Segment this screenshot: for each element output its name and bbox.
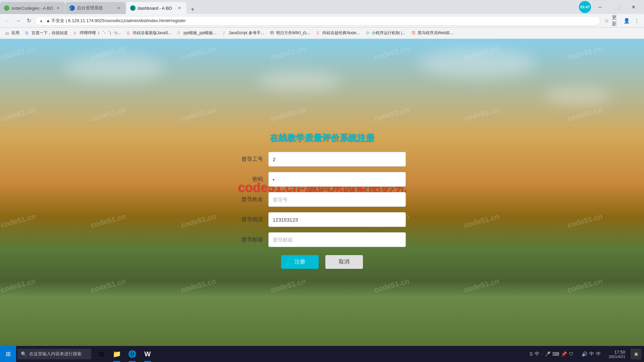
watermark-14: code51.cn xyxy=(566,106,603,123)
watermark-16: code51.cn xyxy=(90,212,127,230)
tab-2-label: 后台管理系统 xyxy=(77,5,114,11)
bookmark-miniprogram[interactable]: 小 小程序运行机制 |... xyxy=(363,29,408,37)
taskbar-app-chrome[interactable]: 🌐 xyxy=(125,346,140,362)
tab-2-close[interactable]: ✕ xyxy=(116,5,122,11)
watermark-11: code51.cn xyxy=(270,106,307,123)
cancel-button[interactable]: 取消 xyxy=(325,255,363,269)
security-icon: ▲ xyxy=(39,18,44,23)
update-button[interactable]: 更新 xyxy=(612,16,621,25)
tab-3-close[interactable]: ✕ xyxy=(176,5,182,11)
watermark-24: code51.cn xyxy=(180,277,217,295)
watermark-20: code51.cn xyxy=(463,212,500,230)
address-input[interactable]: ▲ ▲ 不安全 | 8.129.11.174:9025/ssmo8x1z/adm… xyxy=(35,16,600,25)
bookmark-baidu[interactable]: B 百度一下，你就知道 xyxy=(23,29,70,37)
watermark-1: code51.cn xyxy=(0,44,37,62)
back-button[interactable]: ← xyxy=(3,16,12,25)
input-method-icon: S xyxy=(530,351,533,357)
forward-button[interactable]: → xyxy=(13,16,23,25)
input-email[interactable] xyxy=(268,232,406,247)
taskbar-app-taskview[interactable]: ⧉ xyxy=(94,346,109,362)
input-phone[interactable] xyxy=(268,212,406,227)
taskbar-app-word[interactable]: W xyxy=(140,346,155,362)
taskbar-clock[interactable]: 17:50 2021/4/21 xyxy=(606,350,628,359)
label-password: 密码 xyxy=(238,176,268,183)
button-row: 注册 取消 xyxy=(238,255,406,269)
watermark-5: code51.cn xyxy=(373,44,410,62)
bookmark-apps[interactable]: ⚏ 应用 xyxy=(3,29,22,37)
systray: S 中 · 🎤 ⌨ 📌 🛡 xyxy=(527,351,576,357)
input-password[interactable] xyxy=(268,172,406,187)
field-row-phone: 督导电话 xyxy=(238,212,406,227)
watermark-22: code51.cn xyxy=(0,277,37,295)
heima-icon: 黑 xyxy=(412,30,416,36)
field-row-email: 督导邮箱 xyxy=(238,232,406,247)
tab-3-favicon xyxy=(130,5,136,11)
bookmarks-bar: ⚏ 应用 B 百度一下，你就知道 b 哔哩哔哩（゜-゜）つ... S 尚硅谷最新… xyxy=(0,27,644,39)
tab-2[interactable]: ✓ 后台管理系统 ✕ xyxy=(65,2,126,14)
window-controls: 03:47 ─ ⬜ ✕ xyxy=(579,0,644,14)
arknights-icon: 明 xyxy=(270,30,275,36)
taskbar-search[interactable]: 🔍 在这里输入内容来进行搜索 xyxy=(17,349,91,359)
tab-3[interactable]: dashboard - A BO ✕ xyxy=(126,2,186,14)
bookmark-heima[interactable]: 黑 黑马程序员Web前... xyxy=(409,29,456,37)
bookmark-button[interactable]: ☆ xyxy=(602,16,611,25)
windows-icon: ⊞ xyxy=(6,350,11,358)
input-id[interactable] xyxy=(268,152,406,167)
profile-button[interactable]: 👤 xyxy=(622,16,631,25)
watermark-10: code51.cn xyxy=(180,106,217,123)
tab-3-label: dashboard - A BO xyxy=(138,6,174,11)
watermark-23: code51.cn xyxy=(90,277,127,295)
tab-1-favicon xyxy=(4,5,9,11)
network-icon: 🔊 xyxy=(582,351,587,357)
label-id: 督导工号 xyxy=(238,156,268,163)
shield-icon: 🛡 xyxy=(569,351,574,357)
browser-chrome: orderCodegen - A BO ✕ ✓ 后台管理系统 ✕ dashboa… xyxy=(0,0,644,39)
input-name[interactable] xyxy=(268,192,406,207)
address-actions: ☆ 更新 👤 ⋮ xyxy=(602,16,641,25)
taskbar-app-fileexplorer[interactable]: 📁 xyxy=(109,346,124,362)
shanguigu-js-icon: S xyxy=(127,31,131,36)
minimize-button[interactable]: ─ xyxy=(592,2,608,12)
watermark-12: code51.cn xyxy=(373,106,410,123)
bookmark-bilibili[interactable]: b 哔哩哔哩（゜-゜）つ... xyxy=(71,29,123,37)
watermark-28: code51.cn xyxy=(566,277,603,295)
watermark-26: code51.cn xyxy=(373,277,410,295)
watermark-7: code51.cn xyxy=(566,44,603,62)
clock-time: 17:50 xyxy=(609,350,625,355)
label-phone: 督导电话 xyxy=(238,216,268,223)
new-tab-button[interactable]: + xyxy=(188,5,197,14)
close-button[interactable]: ✕ xyxy=(626,2,641,12)
tab-1[interactable]: orderCodegen - A BO ✕ xyxy=(0,2,65,14)
baidu-icon: B xyxy=(25,31,30,36)
bookmark-shanguigu-js[interactable]: S 尚硅谷最新版JavaS... xyxy=(124,29,174,37)
start-button[interactable]: ⊞ xyxy=(0,346,16,362)
bookmark-arknights[interactable]: 明 明日方舟WIKI_白... xyxy=(267,29,313,37)
bookmark-ppt[interactable]: P ppt模板_ppt模板... xyxy=(175,29,219,37)
bookmark-js-ref[interactable]: J JavaScript 参考手... xyxy=(220,29,266,37)
bookmark-shanguigu-node[interactable]: S 尚硅谷超经典Node... xyxy=(314,29,362,37)
pin-icon: 📌 xyxy=(561,351,567,357)
watermark-17: code51.cn xyxy=(180,212,217,230)
menu-button[interactable]: ⋮ xyxy=(632,16,641,25)
field-row-name: 督导姓名 xyxy=(238,192,406,207)
watermark-8: code51.cn xyxy=(0,106,37,123)
apps-icon: ⚏ xyxy=(5,31,10,36)
tab-1-close[interactable]: ✕ xyxy=(55,5,61,11)
js-ref-icon: J xyxy=(222,31,227,36)
taskbar-right: S 中 · 🎤 ⌨ 📌 🛡 🔊 中 中 17:50 2021/4/21 ▣ xyxy=(527,349,644,359)
taskbar-apps: ⧉ 📁 🌐 W xyxy=(94,346,155,362)
field-row-id: 督导工号 xyxy=(238,152,406,167)
address-text: ▲ 不安全 | 8.129.11.174:9025/ssmo8x1z/admin… xyxy=(46,18,596,24)
register-title: 在线教学质量评价系统注册 xyxy=(238,132,406,144)
field-row-password: 密码 xyxy=(238,172,406,187)
tab-bar: orderCodegen - A BO ✕ ✓ 后台管理系统 ✕ dashboa… xyxy=(0,0,644,14)
taskbar-search-icon: 🔍 xyxy=(21,351,26,357)
maximize-button[interactable]: ⬜ xyxy=(609,2,625,12)
action-center-button[interactable]: ▣ xyxy=(631,349,641,359)
action-center-icon: ▣ xyxy=(634,352,638,356)
clock-date: 2021/4/21 xyxy=(609,355,625,359)
reload-button[interactable]: ↻ xyxy=(24,16,34,25)
register-button[interactable]: 注册 xyxy=(281,255,319,269)
dot-icon: · xyxy=(541,351,543,357)
address-bar: ← → ↻ ▲ ▲ 不安全 | 8.129.11.174:9025/ssmo8x… xyxy=(0,14,644,27)
